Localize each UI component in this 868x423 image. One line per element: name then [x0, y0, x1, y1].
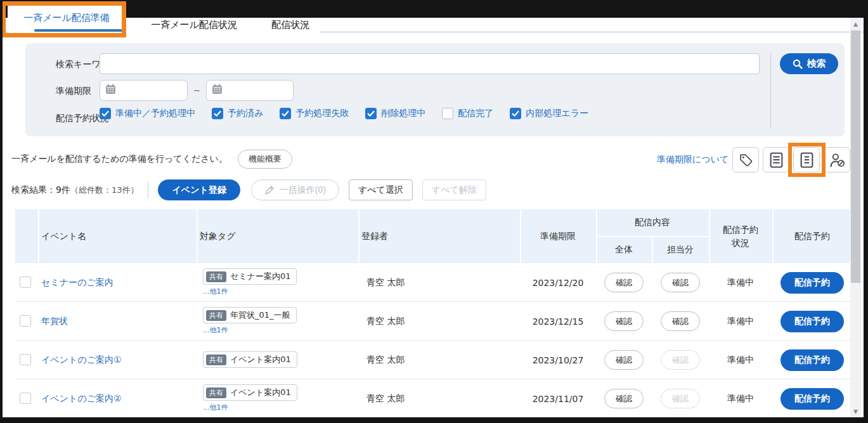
window-border-left: [0, 0, 3, 423]
reserve-button[interactable]: 配信予約: [781, 311, 844, 332]
event-name-link[interactable]: 年賀状: [41, 302, 68, 341]
checkbox-label: 配信完了: [458, 108, 493, 119]
vertical-scrollbar[interactable]: ▲ ▼: [850, 18, 861, 417]
row-checkbox[interactable]: [20, 393, 31, 404]
deselect-all-button: すべて解除: [422, 179, 486, 200]
registrant-cell: 青空 太郎: [366, 263, 405, 302]
event-name-link[interactable]: セミナーのご案内: [41, 263, 113, 302]
checkbox-preparing[interactable]: 準備中／予約処理中: [100, 108, 195, 119]
checkbox-deleting[interactable]: 削除処理中: [365, 108, 425, 119]
table-row: 年賀状 共有 年賀状_01_一般 ...他1件 青空 太郎 2023/12/15…: [15, 302, 852, 341]
period-separator: ～: [189, 85, 205, 96]
action-divider: [148, 182, 148, 198]
checkbox-icon[interactable]: [212, 108, 223, 119]
checkbox-icon[interactable]: [442, 108, 453, 119]
event-register-button[interactable]: イベント登録: [158, 179, 240, 200]
confirm-assigned-button[interactable]: 確認: [661, 273, 700, 292]
checkbox-icon[interactable]: [510, 108, 521, 119]
reserve-status-cell: 準備中: [709, 263, 772, 302]
header-separator: [772, 209, 774, 263]
shared-badge: 共有: [206, 387, 226, 398]
period-end-input[interactable]: [206, 80, 294, 101]
event-table: イベント名 対象タグ 登録者 準備期限 配信内容 全体 担当分 配信予約状況 配…: [15, 209, 852, 418]
tag-cell: 共有 年賀状_01_一般 ...他1件: [203, 307, 297, 335]
confirm-assigned-button: 確認: [661, 350, 700, 370]
search-button[interactable]: 検索: [780, 53, 838, 74]
tag-icon-button[interactable]: [732, 147, 759, 172]
confirm-whole-button[interactable]: 確認: [604, 311, 644, 331]
table-row: セミナーのご案内 共有 セミナー案内01 ...他1件 青空 太郎 2023/1…: [15, 263, 852, 302]
document-template-icon-button[interactable]: [793, 147, 820, 172]
row-checkbox[interactable]: [20, 277, 31, 288]
tab-bulk-mail-preparation[interactable]: 一斉メール配信準備: [8, 3, 126, 33]
header-delivery-content: 配信内容: [596, 209, 709, 236]
checkbox-label: 予約済み: [228, 108, 263, 119]
instruction-text: 一斉メールを配信するための準備を行ってください。: [11, 153, 228, 165]
header-whole: 全体: [596, 236, 652, 263]
registrant-cell: 青空 太郎: [366, 302, 405, 341]
scrollbar-thumb[interactable]: [851, 30, 860, 283]
total-count: （総件数：13件）: [70, 185, 139, 196]
checkbox-internal-error[interactable]: 内部処理エラー: [510, 108, 588, 119]
deadline-cell: 2023/10/27: [520, 341, 596, 379]
header-registrant: 登録者: [361, 209, 388, 263]
tab-bulk-mail-status[interactable]: 一斉メール配信状況: [127, 18, 261, 32]
checkbox-label: 削除処理中: [381, 108, 425, 119]
header-separator: [197, 209, 198, 263]
checkbox-icon[interactable]: [365, 108, 377, 119]
table-row: イベントのご案内① 共有 イベント案内01 青空 太郎 2023/10/27 確…: [15, 341, 852, 379]
checkbox-reserve-failed[interactable]: 予約処理失敗: [280, 108, 349, 119]
reserve-button[interactable]: 配信予約: [781, 388, 844, 410]
tag-chip: 共有 イベント案内01: [203, 384, 297, 401]
checkbox-icon[interactable]: [280, 108, 291, 119]
confirm-whole-button[interactable]: 確認: [604, 350, 644, 370]
period-start-input[interactable]: [100, 80, 188, 101]
reserve-button[interactable]: 配信予約: [781, 349, 844, 371]
registrant-cell: 青空 太郎: [366, 379, 405, 418]
checkbox-icon[interactable]: [100, 108, 111, 119]
reserve-status-cell: 準備中: [709, 379, 772, 418]
scroll-down-icon[interactable]: ▼: [850, 406, 861, 417]
more-tags-link[interactable]: ...他1件: [203, 403, 228, 412]
result-count: 検索結果：9件: [11, 185, 70, 196]
checkbox-label: 内部処理エラー: [526, 108, 588, 119]
registrant-cell: 青空 太郎: [366, 341, 405, 379]
more-tags-link[interactable]: ...他1件: [203, 325, 228, 335]
period-label: 準備期限: [56, 86, 91, 97]
header-deadline: 準備期限: [520, 209, 596, 263]
feature-overview-button[interactable]: 機能概要: [238, 150, 292, 169]
tag-name: 年賀状_01_一般: [230, 309, 290, 321]
event-name-link[interactable]: イベントのご案内①: [41, 341, 122, 379]
header-event-name: イベント名: [41, 209, 86, 263]
tag-name: イベント案内01: [230, 354, 291, 365]
table-header: イベント名 対象タグ 登録者 準備期限 配信内容 全体 担当分 配信予約状況 配…: [15, 209, 852, 263]
checkbox-delivered[interactable]: 配信完了: [442, 108, 493, 119]
confirm-assigned-button[interactable]: 確認: [661, 311, 700, 331]
deadline-cell: 2023/12/15: [520, 302, 596, 341]
checkbox-label: 予約処理失敗: [295, 108, 349, 119]
document-list-icon: [770, 152, 783, 168]
tab-delivery-status[interactable]: 配信状況: [261, 18, 320, 32]
table-row: イベントのご案内② 共有 イベント案内01 ...他1件 青空 太郎 2023/…: [15, 379, 852, 418]
reserve-button[interactable]: 配信予約: [781, 272, 844, 294]
header-sub-separator: [652, 236, 653, 263]
header-reserve: 配信予約: [772, 209, 852, 263]
row-checkbox[interactable]: [20, 315, 31, 327]
tag-icon: [739, 153, 753, 167]
checkbox-reserved[interactable]: 予約済み: [212, 108, 263, 119]
user-block-icon-button[interactable]: [824, 147, 850, 172]
keyword-input[interactable]: [100, 53, 760, 74]
document-template-icon: [800, 152, 813, 168]
confirm-whole-button[interactable]: 確認: [604, 389, 644, 408]
confirm-whole-button[interactable]: 確認: [604, 273, 644, 292]
window-border-bottom: [0, 417, 868, 423]
tag-chip: 共有 セミナー案内01: [203, 268, 297, 285]
tag-cell: 共有 イベント案内01 ...他1件: [203, 384, 297, 412]
document-list-icon-button[interactable]: [763, 147, 789, 172]
select-all-button[interactable]: すべて選択: [349, 179, 413, 200]
app-window: 一斉メール配信準備 一斉メール配信状況 配信状況 検索キーワード 準備期限 ～ …: [0, 0, 868, 423]
event-name-link[interactable]: イベントのご案内②: [41, 379, 122, 418]
row-checkbox[interactable]: [20, 354, 31, 365]
scroll-up-icon[interactable]: ▲: [850, 18, 861, 29]
more-tags-link[interactable]: ...他1件: [203, 287, 228, 296]
